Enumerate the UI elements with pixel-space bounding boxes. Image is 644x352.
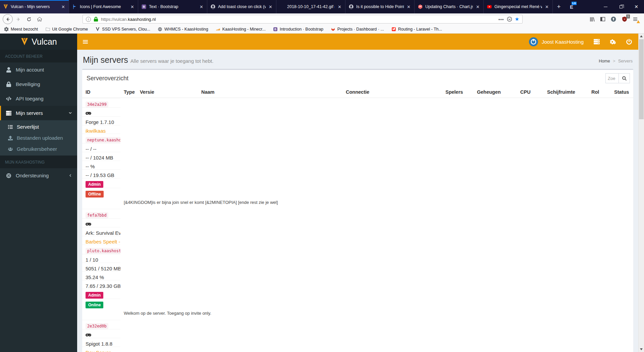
status-badge: Offline [86, 191, 104, 197]
restore-button[interactable] [613, 0, 629, 13]
bookmark-item[interactable]: SSD VPS Servers, Clou... [95, 27, 150, 32]
search-input[interactable] [605, 73, 619, 83]
sidebar: Vulcan ACCOUNT BEHEERMijn accountBeveili… [0, 34, 77, 352]
window-controls: ✕ [598, 0, 644, 13]
new-tab-button[interactable]: + [553, 0, 565, 13]
library-icon[interactable] [589, 16, 595, 22]
github-favicon-icon [348, 4, 354, 9]
settings-cogs-icon[interactable] [610, 39, 616, 45]
sidebar-item-api-toegang[interactable]: API toegang [0, 91, 77, 106]
tab-close-icon[interactable]: ✕ [130, 4, 135, 9]
sidebar-subitem-gebruikersbeheer[interactable]: Gebruikersbeheer [0, 143, 77, 155]
scroll-up-arrow[interactable] [639, 34, 644, 39]
extension-icon[interactable]: E LG [565, 0, 578, 13]
list-icon [7, 125, 13, 129]
onepassword-icon[interactable] [610, 16, 616, 22]
menu-hamburger-icon[interactable] [633, 16, 638, 22]
browser-tab[interactable]: BText · Bootstrap✕ [138, 0, 207, 13]
search-button[interactable] [619, 73, 630, 83]
app-logo[interactable]: Vulcan [0, 34, 77, 50]
laravel-icon [391, 27, 396, 32]
reload-button[interactable] [23, 14, 34, 24]
sidebar-item-beveiliging[interactable]: Beveiliging [0, 77, 77, 91]
page-scrollbar[interactable] [638, 34, 644, 352]
server-version: Spigot 1.8.8 [82, 338, 120, 347]
column-header-schijfruimte: Schijfruimte [544, 87, 588, 98]
bookmark-item[interactable]: WHMCS - KaasHosting [158, 27, 208, 32]
logout-power-icon[interactable] [626, 39, 632, 45]
chevron-down-icon [68, 111, 72, 115]
minimize-button[interactable] [598, 0, 613, 13]
user-menu[interactable]: Joost KaasHosting [529, 37, 584, 46]
server-name-link[interactable]: Barbes Speelt - Scorched Earth (6x XP en… [86, 239, 120, 245]
tab-close-icon[interactable]: ✕ [268, 4, 273, 9]
sidebar-item-label: API toegang [16, 96, 44, 101]
back-button[interactable] [3, 14, 13, 24]
lock-icon [5, 82, 12, 87]
sidebar-item-mijn-servers[interactable]: Mijn servers [0, 106, 77, 120]
server-id: 34e2a299 [86, 101, 108, 107]
github-favicon-icon [210, 4, 216, 9]
tab-close-icon[interactable]: ✕ [337, 4, 342, 9]
browser-tab[interactable]: Vulcan - Mijn servers✕ [0, 0, 69, 13]
gamepad-icon [86, 332, 117, 338]
sidebar-submenu: ServerlijstBestanden uploadenGebruikersb… [0, 120, 77, 156]
sidebar-subitem-bestanden-uploaden[interactable]: Bestanden uploaden [0, 132, 77, 143]
lock-icon[interactable] [94, 17, 98, 21]
user-name: Joost KaasHosting [542, 39, 584, 45]
bookmark-star-icon[interactable]: ★ [515, 16, 519, 22]
table-body: 34e2a299Forge 1.7.10ikwilkaasneptune.kaa… [82, 98, 633, 352]
bookmark-item[interactable]: Meest bezocht [4, 27, 38, 32]
server-name-link[interactable]: Dev Server [86, 350, 111, 352]
bookmark-item[interactable]: KaasHosting - Minecr... [216, 27, 266, 32]
web-page: Vulcan ACCOUNT BEHEERMijn accountBeveili… [0, 34, 644, 352]
browser-tab[interactable]: Updating Charts · Chart.js do✕ [415, 0, 484, 13]
home-button[interactable] [34, 14, 45, 24]
pocket-icon[interactable] [507, 16, 512, 22]
browser-tab[interactable]: 2018-10-10_17-41-42.gif (GIF Ima✕ [276, 0, 345, 13]
tab-title: Vulcan - Mijn servers [11, 4, 58, 9]
column-header-versie: Versie [137, 87, 198, 98]
sidebar-item-ondersteuning[interactable]: Ondersteuning [0, 168, 77, 183]
tab-strip: Vulcan - Mijn servers✕Icons | Font Aweso… [0, 0, 553, 13]
update-warning-icon [637, 20, 640, 23]
scrollbar-thumb[interactable] [639, 39, 644, 119]
gamepad-icon [86, 221, 117, 227]
bookmark-label: Introduction · Bootstrap [280, 27, 323, 32]
bookmark-item[interactable]: Uit Google Chrome [45, 27, 88, 32]
sidebar-collapse-icon[interactable] [77, 34, 93, 50]
close-window-button[interactable]: ✕ [629, 0, 644, 13]
bookmark-item[interactable]: Routing - Laravel - Th... [391, 27, 442, 32]
page-info-icon[interactable]: i [86, 17, 91, 22]
folder-icon [45, 27, 50, 32]
tab-close-icon[interactable]: ✕ [199, 4, 204, 9]
forward-button[interactable] [13, 14, 23, 24]
browser-tab[interactable]: Add toast close on click (wit✕ [207, 0, 276, 13]
server-id: fefa7bbd [86, 212, 108, 218]
server-memory: 5051 / 5120 MB [82, 263, 120, 271]
tab-close-icon[interactable]: ✕ [475, 4, 480, 9]
servers-nav-icon[interactable] [594, 39, 600, 45]
page-actions-icon[interactable]: ••• [498, 17, 504, 22]
tab-close-icon[interactable]: ✕ [406, 4, 411, 9]
url-bar[interactable]: i https://vulcan.kaashosting.nl ••• ★ [83, 15, 523, 24]
sidebar-subitem-serverlijst[interactable]: Serverlijst [0, 121, 77, 132]
tab-close-icon[interactable]: ✕ [544, 4, 549, 9]
browser-tab[interactable]: Is it possible to Hide Points o✕ [345, 0, 415, 13]
tab-title: 2018-10-10_17-41-42.gif (GIF Ima [287, 4, 335, 9]
browser-tab[interactable]: Gingerspecial met René van✕ [484, 0, 553, 13]
ublock-shield-icon[interactable]: u 1 [622, 16, 628, 22]
sidebar-item-mijn-account[interactable]: Mijn account [0, 62, 77, 77]
top-navbar: Joost KaasHosting [77, 34, 644, 50]
bookmark-item[interactable]: Projects · Dashboard · ... [331, 27, 384, 32]
breadcrumb-home-link[interactable]: Home [599, 59, 610, 63]
svg-text:B: B [143, 5, 145, 8]
bookmark-item[interactable]: BIntroduction · Bootstrap [273, 27, 323, 32]
browser-tab[interactable]: Icons | Font Awesome✕ [69, 0, 138, 13]
server-row: 2e32ed0bSpigot 1.8.8Dev Serverneptune.ka… [82, 320, 120, 352]
server-address: pluto.kaashosting.nl:45021 [86, 248, 120, 254]
scroll-down-arrow[interactable] [639, 347, 644, 352]
tab-close-icon[interactable]: ✕ [61, 4, 66, 9]
sidebar-toggle-icon[interactable] [600, 16, 605, 22]
server-name-link[interactable]: ikwilkaas [86, 128, 106, 134]
